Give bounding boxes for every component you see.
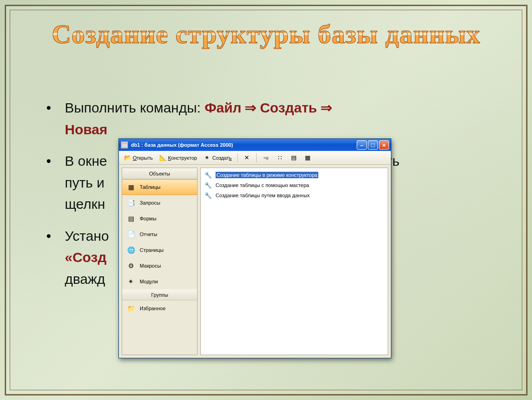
small-icons-icon: ∷ <box>276 154 284 162</box>
list-item[interactable]: 🔧Создание таблицы с помощью мастера <box>202 180 387 190</box>
sidebar-item-label: Запросы <box>140 200 160 206</box>
sidebar-header-objects[interactable]: Объекты <box>122 168 197 179</box>
bullet-1: Выполнить команды: Файл ⇒ Создать ⇒ Нова… <box>37 97 495 140</box>
sidebar-item-label: Отчеты <box>140 231 157 237</box>
list-item-label: Создание таблицы в режиме конструктора <box>216 172 318 178</box>
list-icon: ▤ <box>290 154 297 162</box>
sidebar-item-отчеты[interactable]: 📄Отчеты <box>122 226 197 242</box>
content-list: 🔧Создание таблицы в режиме конструктора🔧… <box>200 168 388 355</box>
design-button[interactable]: 📐 Конструктор <box>157 153 199 163</box>
toolbar: 📂 Открыть 📐 Конструктор ✴ Создать ✕ ▫₀ ∷… <box>119 151 391 165</box>
sidebar-icon: 📑 <box>127 199 135 207</box>
sidebar-icon: ✴ <box>127 277 135 286</box>
large-icons-button[interactable]: ▫₀ <box>260 153 272 163</box>
list-item-label: Создание таблицы с помощью мастера <box>216 182 309 188</box>
titlebar[interactable]: ▭ db1 : база данных (формат Access 2000)… <box>119 139 391 151</box>
details-view-button[interactable]: ▦ <box>302 153 314 163</box>
sidebar-item-макросы[interactable]: ⚙Макросы <box>122 258 197 274</box>
slide-title: Создание структуры базы данных <box>0 19 532 50</box>
details-icon: ▦ <box>304 154 311 162</box>
sidebar-group-избранное[interactable]: 📁Избранное <box>122 300 197 316</box>
sidebar-item-label: Страницы <box>140 247 164 253</box>
folder-icon: 📁 <box>127 304 135 312</box>
sidebar-item-модули[interactable]: ✴Модули <box>122 274 197 289</box>
delete-button[interactable]: ✕ <box>241 153 253 163</box>
sidebar-item-таблицы[interactable]: ▦Таблицы <box>122 179 197 195</box>
window-title: db1 : база данных (формат Access 2000) <box>131 142 356 148</box>
sidebar: Объекты ▦Таблицы📑Запросы▤Формы📄Отчеты🌐Ст… <box>122 168 198 355</box>
list-view-button[interactable]: ▤ <box>288 153 300 163</box>
separator <box>256 153 257 162</box>
list-item[interactable]: 🔧Создание таблицы в режиме конструктора <box>202 170 387 180</box>
wizard-icon: 🔧 <box>204 171 212 179</box>
design-icon: 📐 <box>159 154 167 162</box>
open-icon: 📂 <box>124 154 131 162</box>
access-db-window: ▭ db1 : база данных (формат Access 2000)… <box>118 138 391 358</box>
open-button[interactable]: 📂 Открыть <box>122 153 155 163</box>
list-item-label: Создание таблицы путем ввода данных <box>216 193 310 198</box>
sidebar-icon: ▦ <box>127 183 135 191</box>
sidebar-header-groups[interactable]: Группы <box>122 289 197 300</box>
sidebar-item-формы[interactable]: ▤Формы <box>122 211 197 226</box>
sidebar-item-запросы[interactable]: 📑Запросы <box>122 195 197 211</box>
delete-icon: ✕ <box>243 154 251 162</box>
sidebar-item-label: Макросы <box>140 263 161 269</box>
maximize-button[interactable]: □ <box>368 140 378 150</box>
list-item[interactable]: 🔧Создание таблицы путем ввода данных <box>202 190 387 200</box>
create-icon: ✴ <box>204 154 211 162</box>
large-icons-icon: ▫₀ <box>262 154 270 162</box>
sidebar-group-label: Избранное <box>140 306 166 311</box>
small-icons-button[interactable]: ∷ <box>274 153 286 163</box>
sidebar-icon: ⚙ <box>127 262 135 270</box>
sidebar-icon: 🌐 <box>127 246 135 254</box>
sidebar-icon: 📄 <box>127 230 135 238</box>
sidebar-item-страницы[interactable]: 🌐Страницы <box>122 242 197 258</box>
separator <box>237 153 238 162</box>
app-icon: ▭ <box>121 141 128 149</box>
close-button[interactable]: × <box>379 140 389 150</box>
minimize-button[interactable]: – <box>357 140 367 150</box>
sidebar-item-label: Модули <box>140 279 158 284</box>
create-button[interactable]: ✴ Создать <box>201 153 234 163</box>
wizard-icon: 🔧 <box>204 181 212 189</box>
sidebar-item-label: Таблицы <box>140 184 161 190</box>
wizard-icon: 🔧 <box>204 192 212 199</box>
sidebar-item-label: Формы <box>140 216 156 221</box>
sidebar-icon: ▤ <box>127 214 135 223</box>
